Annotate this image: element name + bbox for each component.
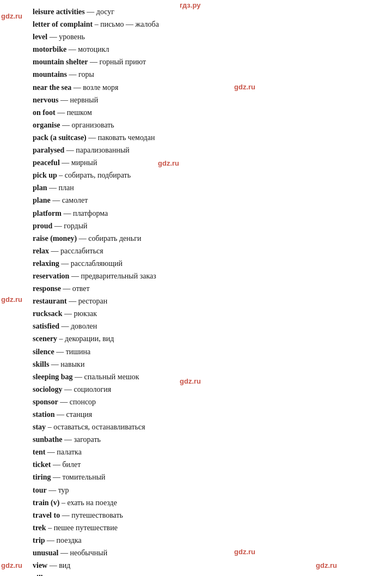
- list-item: tent — палатка: [33, 446, 381, 458]
- list-item: silence — тишина: [33, 345, 381, 358]
- list-item: satisfied — доволен: [33, 320, 381, 332]
- list-item: tiring — томительный: [33, 471, 381, 483]
- list-item: relaxing — расслабляющий: [33, 257, 381, 270]
- list-item: plan — план: [33, 181, 381, 194]
- list-item: stay – оставаться, останавливаться: [33, 421, 381, 433]
- list-item: pick up – собирать, подбирать: [33, 169, 381, 181]
- list-item: station — станция: [33, 408, 381, 421]
- list-item: letter of complaint – письмо — жалоба: [33, 18, 381, 31]
- list-item: trek – пешее путешествие: [33, 522, 381, 534]
- list-item: mountains — горы: [33, 68, 381, 81]
- list-item: mountain shelter — горный приют: [33, 56, 381, 68]
- list-item: travel to — путешествовать: [33, 509, 381, 522]
- list-item: on foot — пешком: [33, 106, 381, 119]
- list-item: plane — самолет: [33, 194, 381, 207]
- list-item: villa — вилла: [33, 572, 381, 576]
- list-item: train (v) – ехать на поезде: [33, 496, 381, 509]
- list-item: motorbike — мотоцикл: [33, 43, 381, 56]
- list-item: scenery – декорации, вид: [33, 332, 381, 345]
- list-item: proud — гордый: [33, 220, 381, 232]
- list-item: raise (money) — собирать деньги: [33, 232, 381, 245]
- list-item: unusual — необычный: [33, 547, 381, 559]
- list-item: relax — расслабиться: [33, 245, 381, 257]
- list-item: rucksack — рюкзак: [33, 307, 381, 320]
- list-item: trip — поездка: [33, 534, 381, 547]
- list-item: view — вид: [33, 559, 381, 572]
- list-item: paralysed — парализованный: [33, 144, 381, 156]
- list-item: organise — организовать: [33, 119, 381, 131]
- list-item: tour — тур: [33, 484, 381, 496]
- list-item: platform — платформа: [33, 207, 381, 220]
- list-item: leisure activities — досуг: [33, 5, 381, 18]
- list-item: ticket — билет: [33, 458, 381, 471]
- list-item: response — ответ: [33, 282, 381, 295]
- list-item: peaceful — мирный: [33, 156, 381, 169]
- vocab-list: leisure activities — досугletter of comp…: [0, 0, 392, 576]
- list-item: sunbathe — загорать: [33, 433, 381, 446]
- list-item: sociology — социология: [33, 383, 381, 396]
- list-item: level — уровень: [33, 31, 381, 43]
- list-item: nervous — нервный: [33, 94, 381, 106]
- list-item: skills — навыки: [33, 358, 381, 371]
- list-item: near the sea — возле моря: [33, 81, 381, 94]
- list-item: pack (a suitcase) — паковать чемодан: [33, 131, 381, 144]
- list-item: restaurant — ресторан: [33, 295, 381, 307]
- list-item: sponsor — спонсор: [33, 396, 381, 408]
- list-item: sleeping bag — спальный мешок: [33, 371, 381, 383]
- list-item: reservation — предварительный заказ: [33, 270, 381, 282]
